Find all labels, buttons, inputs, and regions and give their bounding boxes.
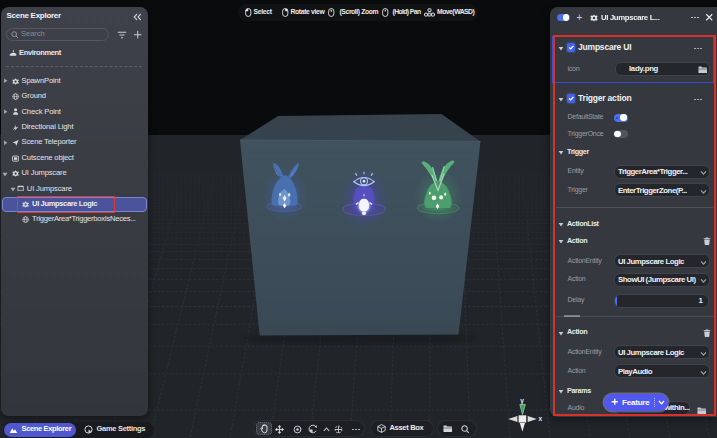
svg-text:y: y: [520, 397, 524, 405]
svg-text:x: x: [539, 415, 543, 422]
